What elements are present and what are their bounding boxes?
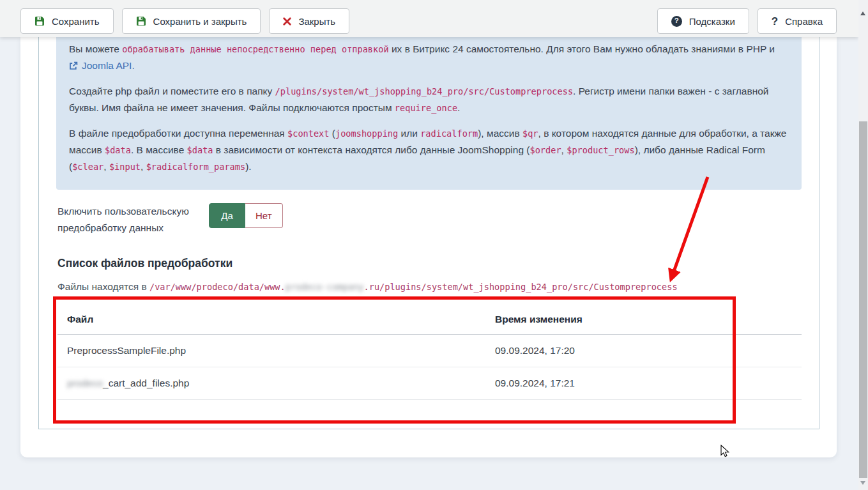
x-icon	[283, 17, 291, 26]
hints-button-label: Подсказки	[689, 16, 735, 27]
info-paragraph: Создайте php файл и поместите его в папк…	[69, 83, 789, 116]
close-button[interactable]: Закрыть	[269, 8, 349, 34]
text: ,	[103, 161, 109, 172]
text: или	[398, 128, 420, 139]
preprocess-files-table: Файл Время изменения PreprocessSampleFil…	[57, 305, 802, 400]
floppy-disk-icon	[34, 16, 45, 26]
file-name-cell: prodeco_cart_add_files.php	[57, 378, 495, 389]
text: . В массиве	[131, 144, 187, 155]
text: ).	[245, 161, 251, 172]
question-icon: ?	[772, 16, 778, 27]
info-paragraph: Вы можете обрабатывать данные непосредст…	[69, 41, 789, 74]
scroll-up-icon[interactable]	[860, 11, 865, 15]
files-section-heading: Список файлов предобработки	[57, 257, 232, 270]
toggle-label: Включить пользовательскую предобработку …	[57, 203, 209, 236]
code-text: joomshopping	[335, 128, 398, 139]
custom-preprocess-toggle-row: Включить пользовательскую предобработку …	[57, 203, 283, 236]
code-text: $radicalform_params	[146, 162, 246, 172]
code-text: /plugins/system/wt_jshopping_b24_pro/src…	[275, 86, 574, 96]
code-text: $context	[287, 128, 329, 139]
text: .	[457, 102, 460, 113]
text: ,	[561, 144, 567, 155]
table-body: PreprocessSampleFile.php09.09.2024, 17:2…	[57, 335, 802, 400]
file-modified-time-cell: 09.09.2024, 17:21	[495, 378, 802, 389]
files-path-line: Файлы находятся в /var/www/prodeco/data/…	[57, 281, 678, 293]
save-button-label: Сохранить	[52, 16, 100, 27]
code-text: /var/www/prodeco/data/www.	[149, 282, 286, 292]
text: Создайте php файл и поместите его в папк…	[69, 86, 275, 96]
blurred-text: prodeco-company	[286, 282, 364, 292]
text: Файлы находятся в	[57, 281, 149, 292]
blurred-text: prodeco	[67, 378, 103, 388]
admin-toolbar: Сохранить Сохранить и закрыть Закрыть	[0, 0, 858, 37]
text: их в Битрикс 24 самостоятельно. Для этог…	[389, 43, 775, 54]
table-row: PreprocessSampleFile.php09.09.2024, 17:2…	[57, 335, 802, 367]
toggle-no-button[interactable]: Нет	[245, 203, 283, 228]
code-text: $product_rows	[567, 145, 634, 155]
text: (	[330, 128, 335, 139]
column-header-file: Файл	[57, 314, 495, 325]
info-panel: Вы можете обрабатывать данные непосредст…	[56, 37, 802, 190]
save-button[interactable]: Сохранить	[20, 8, 114, 34]
text: ), массив	[478, 128, 522, 139]
table-row: prodeco_cart_add_files.php09.09.2024, 17…	[57, 367, 802, 400]
code-text: require_once	[395, 103, 457, 113]
column-header-time: Время изменения	[495, 314, 802, 325]
text: PreprocessSampleFile.php	[67, 345, 186, 356]
file-name-cell: PreprocessSampleFile.php	[57, 345, 495, 356]
code-text: $order	[530, 145, 561, 155]
external-link-icon	[69, 61, 78, 70]
code-text: обрабатывать данные непосредственно пере…	[122, 44, 388, 54]
toolbar-right-group: ? Подсказки ? Справка	[657, 8, 837, 34]
toggle-yes-button[interactable]: Да	[209, 203, 245, 228]
circled-question-icon: ?	[671, 16, 682, 27]
code-text: $input	[109, 162, 141, 172]
yes-no-toggle: Да Нет	[209, 203, 283, 228]
text: Вы можете	[69, 43, 122, 54]
code-text: $qr	[522, 128, 538, 139]
file-modified-time-cell: 09.09.2024, 17:20	[495, 345, 802, 356]
text: в зависимости от контекста находятся либ…	[213, 144, 530, 155]
info-paragraph: В файле предобработки доступна переменна…	[69, 125, 789, 175]
help-button-label: Справка	[785, 16, 823, 27]
code-text: .ru/plugins/system/wt_jshopping_b24_pro/…	[364, 282, 678, 292]
code-text: $data	[187, 145, 213, 155]
floppy-disk-icon	[136, 16, 146, 26]
text: _cart_add_files.php	[103, 378, 189, 388]
hints-button[interactable]: ? Подсказки	[657, 8, 749, 34]
code-text: radicalform	[420, 128, 478, 139]
vertical-scrollbar[interactable]	[858, 0, 868, 490]
code-text: $clear	[72, 162, 103, 172]
code-text: $data	[105, 145, 131, 155]
help-button[interactable]: ? Справка	[758, 8, 837, 34]
table-header-row: Файл Время изменения	[57, 305, 802, 335]
scrollbar-thumb[interactable]	[859, 121, 867, 478]
scroll-down-icon[interactable]	[860, 481, 865, 485]
joomla-api-link[interactable]: Joomla API.	[69, 60, 135, 71]
save-and-close-button-label: Сохранить и закрыть	[153, 16, 247, 27]
close-button-label: Закрыть	[298, 16, 335, 27]
plugin-settings-card: Вы можете обрабатывать данные непосредст…	[20, 37, 837, 457]
text: ,	[141, 161, 146, 172]
save-and-close-button[interactable]: Сохранить и закрыть	[122, 8, 261, 34]
toolbar-left-group: Сохранить Сохранить и закрыть Закрыть	[20, 8, 349, 34]
text: В файле предобработки доступна переменна…	[69, 128, 287, 139]
link-label: Joomla API.	[82, 60, 135, 71]
